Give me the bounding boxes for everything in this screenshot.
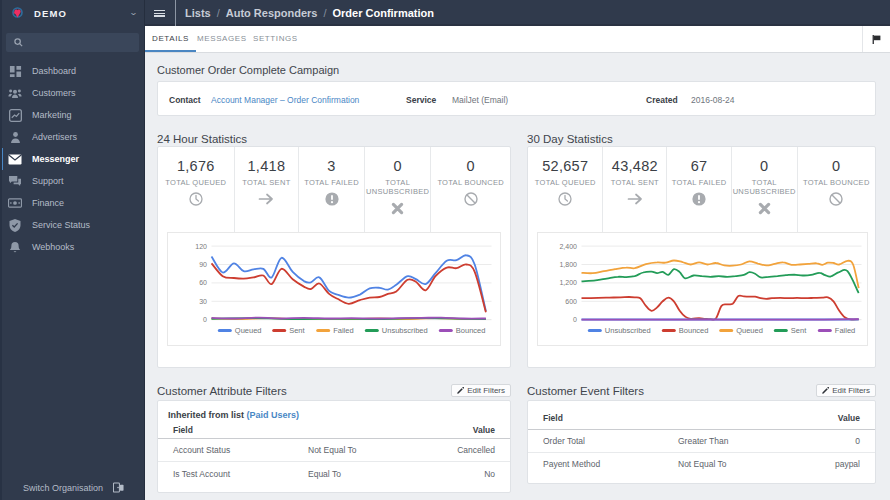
svg-text:Failed: Failed — [835, 326, 855, 335]
svg-text:30: 30 — [199, 298, 207, 305]
svg-text:Queued: Queued — [736, 326, 763, 335]
svg-text:Failed: Failed — [333, 326, 353, 335]
svg-text:1,800: 1,800 — [559, 261, 577, 268]
svg-text:Unsubscribed: Unsubscribed — [382, 326, 428, 335]
svg-text:120: 120 — [195, 243, 207, 250]
svg-text:Unsubscribed: Unsubscribed — [605, 326, 651, 335]
svg-text:Queued: Queued — [235, 326, 262, 335]
svg-text:Bounced: Bounced — [679, 326, 709, 335]
svg-text:Sent: Sent — [289, 326, 305, 335]
svg-text:1,200: 1,200 — [559, 279, 577, 286]
svg-text:90: 90 — [199, 261, 207, 268]
svg-text:2,400: 2,400 — [559, 243, 577, 250]
svg-text:Bounced: Bounced — [456, 326, 486, 335]
svg-text:600: 600 — [565, 298, 577, 305]
svg-text:60: 60 — [199, 279, 207, 286]
svg-text:Sent: Sent — [791, 326, 807, 335]
svg-text:0: 0 — [203, 316, 207, 323]
svg-text:0: 0 — [573, 316, 577, 323]
